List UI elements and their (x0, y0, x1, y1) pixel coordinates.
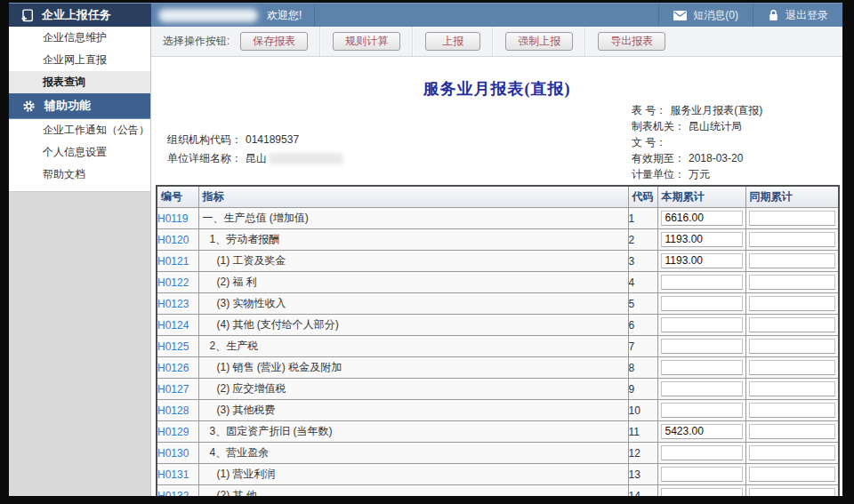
prior-period-input[interactable] (749, 445, 836, 460)
prior-period-input[interactable] (749, 424, 836, 439)
toolbar-button[interactable]: 保存报表 (240, 32, 308, 51)
prior-period-cell (745, 379, 839, 400)
brand-title: 企业上报任务 (42, 7, 111, 23)
column-header: 编号 (157, 186, 198, 208)
row-indicator: (4) 其他 (支付给个人部分) (199, 317, 628, 332)
row-id-cell: H0132 (157, 485, 198, 497)
row-id-link[interactable]: H0120 (157, 234, 189, 246)
row-indicator-cell: (2) 应交增值税 (198, 379, 628, 400)
prior-period-input[interactable] (749, 339, 836, 354)
row-id-link[interactable]: H0124 (157, 319, 189, 332)
current-period-input[interactable] (661, 445, 743, 460)
messages-button[interactable]: 短消息(0) (658, 4, 753, 27)
row-code-cell: 4 (628, 272, 657, 293)
row-indicator-cell: (2) 其 他 (198, 485, 628, 497)
row-id-link[interactable]: H0126 (157, 362, 189, 374)
topbar-spacer (315, 4, 658, 27)
sidebar-item[interactable]: 企业网上直报 (9, 49, 150, 71)
row-indicator: 3、固定资产折旧 (当年数) (199, 424, 628, 439)
row-id-link[interactable]: H0122 (157, 276, 189, 289)
current-period-input[interactable]: 5423.00 (661, 424, 743, 439)
prior-period-input[interactable] (749, 275, 836, 290)
prior-period-input[interactable] (749, 317, 836, 332)
prior-period-input[interactable] (749, 403, 836, 418)
current-period-input[interactable] (661, 403, 743, 418)
current-period-cell (657, 485, 745, 497)
sidebar-item[interactable]: 帮助文档 (9, 164, 150, 186)
current-period-input[interactable]: 6616.00 (661, 211, 743, 226)
current-period-cell (657, 336, 745, 357)
toolbar-label: 选择操作按钮: (163, 34, 230, 49)
row-id-link[interactable]: H0130 (157, 447, 189, 460)
current-period-input[interactable]: 1193.00 (661, 232, 743, 247)
current-period-input[interactable] (661, 381, 743, 396)
row-id-link[interactable]: H0123 (157, 298, 189, 310)
org-code-line: 组织机构代码：014189537 (167, 131, 343, 149)
row-code-cell: 3 (628, 251, 657, 272)
current-period-cell (657, 315, 745, 336)
prior-period-input[interactable] (749, 232, 836, 247)
row-indicator: (1) 工资及奖金 (199, 253, 628, 268)
prior-period-input[interactable] (749, 467, 836, 482)
prior-period-input[interactable] (749, 360, 836, 375)
current-period-input[interactable]: 1193.00 (661, 253, 743, 268)
row-indicator: (2) 福 利 (199, 275, 628, 290)
current-period-cell: 1193.00 (657, 229, 745, 251)
row-id-link[interactable]: H0127 (157, 383, 189, 396)
current-period-cell (657, 464, 745, 485)
row-indicator-cell: (1) 销售 (营业) 税金及附加 (198, 357, 628, 379)
sidebar-item[interactable]: 企业工作通知（公告） (9, 119, 150, 141)
table-row: H01293、固定资产折旧 (当年数)115423.00 (157, 421, 839, 443)
prior-period-input[interactable] (749, 253, 836, 268)
toolbar-button[interactable]: 上报 (425, 32, 480, 51)
row-indicator: 4、营业盈余 (199, 445, 628, 460)
row-id-cell: H0126 (157, 357, 198, 379)
sidebar-item[interactable]: 企业信息维护 (9, 27, 150, 49)
toolbar-button[interactable]: 导出报表 (598, 32, 665, 51)
prior-period-input[interactable] (749, 488, 836, 496)
row-id-link[interactable]: H0128 (157, 404, 189, 417)
logout-button[interactable]: 退出登录 (753, 4, 842, 27)
row-id-link[interactable]: H0131 (157, 468, 189, 481)
current-period-input[interactable] (661, 360, 743, 375)
row-code-cell: 13 (628, 464, 657, 485)
row-id-link[interactable]: H0129 (157, 426, 189, 438)
sidebar-section-aux[interactable]: 辅助功能 (9, 93, 150, 119)
prior-period-cell (745, 272, 839, 293)
meta-value: 万元 (689, 168, 710, 180)
table-row: H0127(2) 应交增值税9 (157, 379, 839, 400)
current-period-input[interactable] (661, 339, 743, 354)
current-period-input[interactable] (661, 488, 743, 496)
row-id-cell: H0120 (157, 229, 198, 251)
prior-period-input[interactable] (749, 296, 836, 311)
row-id-link[interactable]: H0121 (157, 255, 189, 268)
toolbar-separator (412, 27, 414, 56)
row-id-link[interactable]: H0125 (157, 340, 189, 353)
sidebar-group-bottom: 企业工作通知（公告）个人信息设置帮助文档 (9, 119, 150, 186)
toolbar-button[interactable]: 强制上报 (505, 32, 573, 51)
row-id-link[interactable]: H0132 (157, 490, 189, 497)
gear-icon (22, 100, 36, 113)
row-code-cell: 12 (628, 443, 657, 464)
row-indicator-cell: (3) 实物性收入 (198, 293, 628, 315)
prior-period-input[interactable] (749, 381, 836, 396)
sidebar-item[interactable]: 个人信息设置 (9, 141, 150, 164)
prior-period-cell (745, 485, 839, 497)
prior-period-cell (745, 443, 839, 464)
prior-period-input[interactable] (749, 211, 836, 226)
row-id-link[interactable]: H0119 (157, 212, 188, 225)
current-period-input[interactable] (661, 296, 743, 311)
current-period-input[interactable] (661, 317, 743, 332)
prior-period-cell (745, 336, 839, 357)
sidebar-item[interactable]: 报表查询 (9, 71, 150, 93)
table-row: H01304、营业盈余12 (157, 443, 839, 464)
toolbar-button[interactable]: 规则计算 (333, 32, 400, 51)
table-row: H01201、劳动者报酬21193.00 (157, 229, 839, 251)
row-code-cell: 10 (628, 400, 657, 421)
meta-value: 2018-03-20 (689, 152, 743, 164)
current-period-input[interactable] (661, 467, 743, 482)
current-period-input[interactable] (661, 275, 743, 290)
current-period-cell (657, 272, 745, 293)
row-code-cell: 9 (628, 379, 657, 400)
row-id-cell: H0130 (157, 443, 198, 464)
